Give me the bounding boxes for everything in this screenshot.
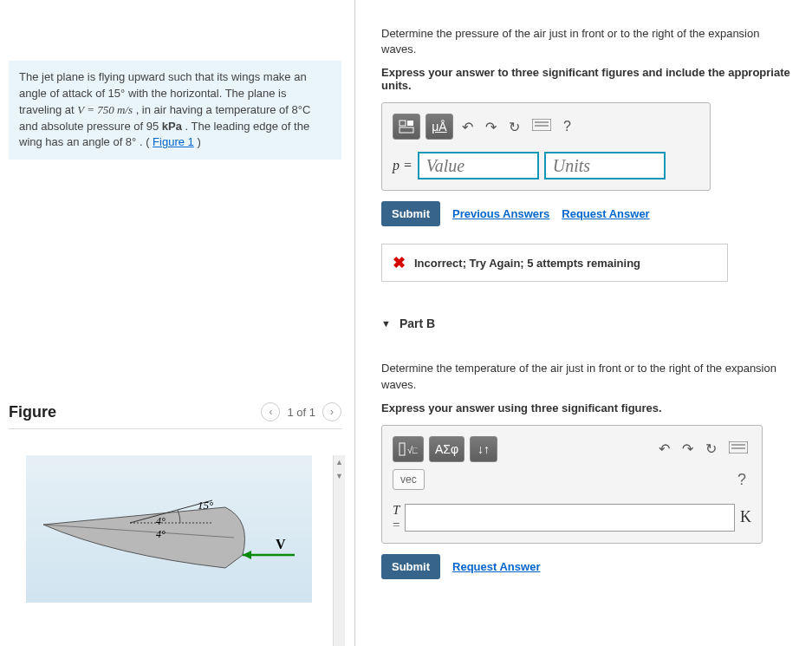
svg-rect-12 bbox=[729, 441, 748, 454]
angle-4-top: 4° bbox=[156, 515, 166, 527]
undo-button-b[interactable]: ↶ bbox=[655, 437, 673, 460]
partA-previous-answers-link[interactable]: Previous Answers bbox=[452, 207, 549, 220]
svg-rect-4 bbox=[400, 121, 406, 126]
redo-button[interactable]: ↷ bbox=[482, 115, 500, 139]
partA-submit-button[interactable]: Submit bbox=[381, 201, 440, 226]
problem-statement: The jet plane is flying upward such that… bbox=[9, 61, 341, 160]
partB-title: Part B bbox=[400, 316, 435, 330]
angle-15: 15° bbox=[198, 499, 213, 512]
partA-instruction: Express your answer to three significant… bbox=[381, 66, 795, 92]
units-button[interactable]: μÅ bbox=[425, 114, 453, 140]
partA-feedback: ✖ Incorrect; Try Again; 5 attempts remai… bbox=[381, 244, 728, 282]
figure-header: Figure ‹ 1 of 1 › bbox=[9, 402, 341, 429]
svg-text:√□: √□ bbox=[407, 445, 418, 455]
v-label: V bbox=[276, 537, 286, 551]
svg-rect-7 bbox=[532, 119, 551, 131]
svg-rect-10 bbox=[400, 443, 405, 455]
figure-scrollbar[interactable]: ▲ ▼ bbox=[333, 455, 345, 646]
partB-instruction: Express your answer using three signific… bbox=[381, 401, 795, 414]
partB-input-row: T= K bbox=[393, 503, 751, 532]
partB-help-button[interactable]: ? bbox=[732, 469, 751, 491]
redo-button-b[interactable]: ↷ bbox=[679, 437, 697, 460]
partA-value-input[interactable] bbox=[418, 152, 539, 179]
math-template-icon: √□ bbox=[399, 442, 418, 456]
figure-prev-button[interactable]: ‹ bbox=[261, 402, 280, 421]
partB-answer-box: √□ ΑΣφ ↓↑ ↶ ↷ ↻ vec ? T= K bbox=[381, 425, 763, 544]
subscript-button[interactable]: ↓↑ bbox=[470, 436, 497, 462]
right-pane: Determine the pressure of the air just i… bbox=[355, 0, 812, 646]
partB-header[interactable]: ▼ Part B bbox=[381, 316, 795, 339]
partA-actions: Submit Previous Answers Request Answer bbox=[381, 201, 795, 226]
left-pane: The jet plane is flying upward such that… bbox=[0, 0, 355, 646]
partA-input-row: p = bbox=[393, 152, 699, 179]
figure-viewer: 15° 4° 4° V ▲ ▼ bbox=[9, 455, 341, 646]
caret-down-icon: ▼ bbox=[381, 318, 391, 329]
scroll-up-icon[interactable]: ▲ bbox=[334, 455, 345, 469]
partA-toolbar: μÅ ↶ ↷ ↻ ? bbox=[393, 114, 699, 140]
template-icon bbox=[399, 120, 414, 134]
greek-button[interactable]: ΑΣφ bbox=[429, 436, 464, 462]
reset-button[interactable]: ↻ bbox=[505, 115, 523, 139]
partA-question: Determine the pressure of the air just i… bbox=[381, 26, 795, 57]
partB-var-label: T= bbox=[393, 503, 400, 532]
undo-button[interactable]: ↶ bbox=[458, 115, 477, 139]
keyboard-icon-b bbox=[729, 441, 748, 454]
vec-button[interactable]: vec bbox=[393, 469, 425, 490]
partA-request-answer-link[interactable]: Request Answer bbox=[562, 207, 649, 220]
feedback-text: Incorrect; Try Again; 5 attempts remaini… bbox=[414, 257, 640, 270]
keyboard-icon bbox=[532, 119, 551, 131]
figure-title: Figure bbox=[9, 403, 56, 421]
svg-marker-3 bbox=[243, 551, 251, 559]
template-button[interactable] bbox=[393, 114, 420, 140]
partB-toolbar: √□ ΑΣφ ↓↑ ↶ ↷ ↻ bbox=[393, 436, 751, 462]
partB-submit-button[interactable]: Submit bbox=[381, 554, 440, 579]
partA-var-label: p = bbox=[393, 158, 412, 173]
figure-counter: 1 of 1 bbox=[287, 406, 315, 419]
reset-button-b[interactable]: ↻ bbox=[702, 437, 720, 460]
problem-kpa: kPa bbox=[162, 120, 182, 133]
partB-unit-label: K bbox=[740, 508, 751, 526]
keyboard-button[interactable] bbox=[529, 115, 555, 138]
partB-request-answer-link[interactable]: Request Answer bbox=[452, 560, 540, 573]
svg-rect-5 bbox=[407, 121, 413, 126]
vec-row: vec ? bbox=[393, 469, 751, 491]
problem-close: ) bbox=[197, 135, 200, 148]
partA-answer-box: μÅ ↶ ↷ ↻ ? p = bbox=[381, 102, 711, 191]
keyboard-button-b[interactable] bbox=[725, 438, 751, 460]
svg-rect-6 bbox=[400, 127, 413, 133]
incorrect-icon: ✖ bbox=[393, 253, 406, 272]
figure-nav: ‹ 1 of 1 › bbox=[261, 402, 341, 421]
math-template-button[interactable]: √□ bbox=[393, 436, 424, 462]
figure-next-button[interactable]: › bbox=[322, 402, 341, 421]
figure-image: 15° 4° 4° V bbox=[26, 455, 312, 603]
partB-question: Determine the temperature of the air jus… bbox=[381, 361, 795, 392]
problem-v: V = 750 m/s bbox=[77, 103, 133, 116]
figure-link[interactable]: Figure 1 bbox=[153, 135, 194, 148]
partB-value-input[interactable] bbox=[405, 504, 735, 532]
partB-actions: Submit Request Answer bbox=[381, 554, 795, 579]
help-button[interactable]: ? bbox=[560, 115, 575, 138]
partA-units-input[interactable] bbox=[544, 152, 666, 179]
scroll-down-icon[interactable]: ▼ bbox=[334, 469, 345, 483]
angle-4-bot: 4° bbox=[156, 528, 166, 540]
